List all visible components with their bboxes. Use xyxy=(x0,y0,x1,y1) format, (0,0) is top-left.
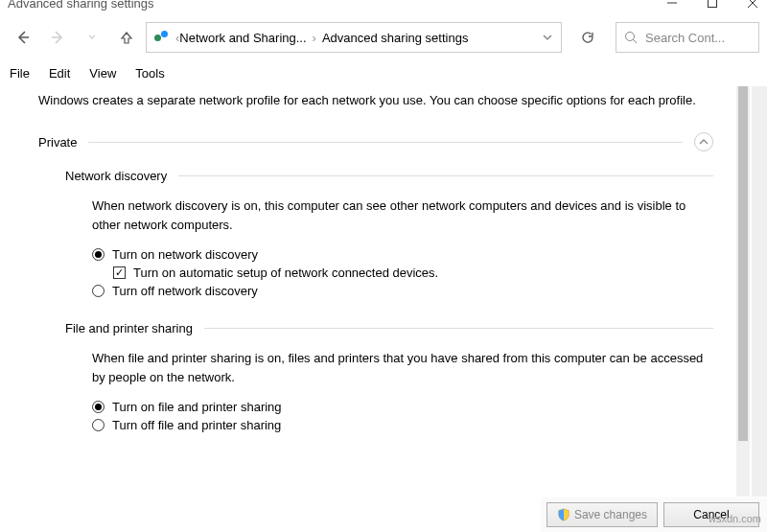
recent-dropdown[interactable] xyxy=(77,22,107,53)
svg-line-7 xyxy=(634,40,638,44)
svg-rect-1 xyxy=(709,0,717,8)
content-scrollbar[interactable] xyxy=(736,86,750,497)
close-button[interactable] xyxy=(746,0,759,10)
network-discovery-desc: When network discovery is on, this compu… xyxy=(92,197,713,234)
breadcrumb-item[interactable]: Network and Sharing... xyxy=(179,31,306,45)
chevron-icon: › xyxy=(313,31,316,45)
radio-network-off[interactable] xyxy=(92,285,105,297)
radio-label: Turn off network discovery xyxy=(112,284,258,298)
divider xyxy=(88,142,683,143)
file-printer-desc: When file and printer sharing is on, fil… xyxy=(92,349,713,386)
menu-tools[interactable]: Tools xyxy=(135,66,164,81)
menu-edit[interactable]: Edit xyxy=(49,66,70,81)
collapse-button[interactable] xyxy=(694,132,713,151)
address-dropdown[interactable] xyxy=(534,33,561,42)
divider xyxy=(178,175,713,176)
radio-fileprinter-on[interactable] xyxy=(92,401,105,413)
search-input[interactable]: Search Cont... xyxy=(616,22,759,53)
window-title: Advanced sharing settings xyxy=(8,0,153,11)
checkbox-label: Turn on automatic setup of network conne… xyxy=(133,266,438,280)
search-icon xyxy=(624,31,638,44)
address-bar[interactable]: ‹ Network and Sharing... › Advanced shar… xyxy=(146,22,562,53)
back-button[interactable] xyxy=(8,22,38,53)
save-changes-button[interactable]: Save changes xyxy=(546,502,658,527)
subsection-network-discovery: Network discovery xyxy=(65,169,167,183)
up-button[interactable] xyxy=(111,22,142,53)
section-private: Private xyxy=(38,135,77,150)
radio-label: Turn off file and printer sharing xyxy=(112,418,281,432)
menu-view[interactable]: View xyxy=(89,66,116,81)
svg-point-6 xyxy=(626,33,635,41)
radio-label: Turn on network discovery xyxy=(112,247,258,262)
radio-fileprinter-off[interactable] xyxy=(92,419,105,431)
search-placeholder: Search Cont... xyxy=(645,31,725,45)
breadcrumb-item[interactable]: Advanced sharing settings xyxy=(322,31,468,45)
intro-text: Windows creates a separate network profi… xyxy=(38,92,713,109)
refresh-button[interactable] xyxy=(569,22,606,53)
subsection-file-printer: File and printer sharing xyxy=(65,321,193,335)
radio-network-on[interactable] xyxy=(92,248,105,261)
network-icon xyxy=(152,31,170,44)
save-label: Save changes xyxy=(574,508,647,521)
checkbox-auto-setup[interactable] xyxy=(113,266,126,279)
window-scrollbar[interactable] xyxy=(752,86,767,497)
forward-button[interactable] xyxy=(42,22,73,53)
menu-file[interactable]: File xyxy=(10,66,30,81)
scrollbar-thumb[interactable] xyxy=(738,86,748,441)
minimize-button[interactable] xyxy=(665,0,679,10)
maximize-button[interactable] xyxy=(706,0,719,10)
radio-label: Turn on file and printer sharing xyxy=(112,400,282,414)
divider xyxy=(204,328,713,329)
shield-icon xyxy=(557,508,570,521)
watermark: wsxdn.com xyxy=(709,513,761,524)
